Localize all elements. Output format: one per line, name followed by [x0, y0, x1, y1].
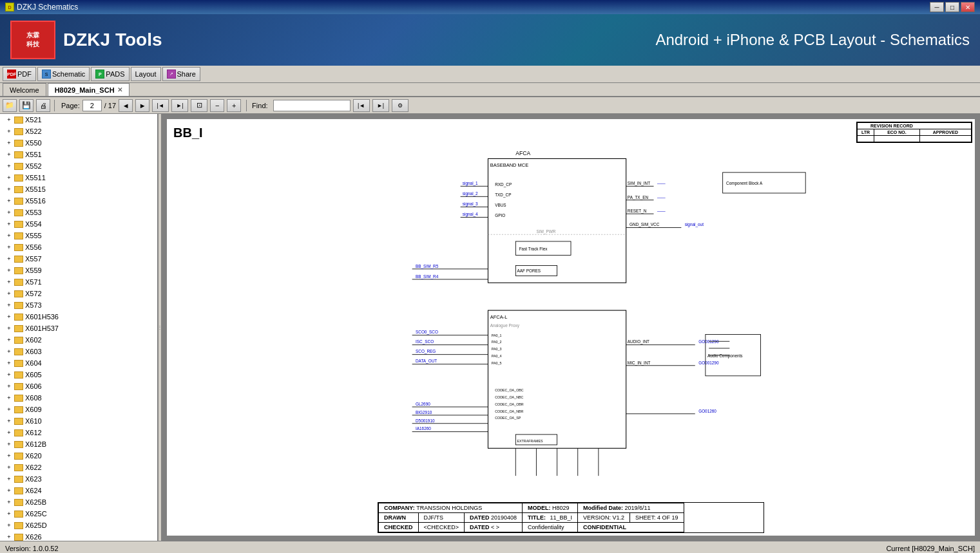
sidebar-item[interactable]: +X556: [0, 241, 157, 253]
expand-icon: +: [5, 174, 13, 182]
toolbar-nav-btn-3[interactable]: 🖨: [36, 99, 50, 112]
svg-text:TXD_CP: TXD_CP: [495, 192, 511, 198]
prev-page-button[interactable]: ◄: [119, 99, 133, 112]
sidebar-item[interactable]: +X5515: [0, 183, 157, 195]
toolbar-nav-btn-1[interactable]: 📁: [3, 99, 17, 112]
fit-page-button[interactable]: ⊡: [191, 99, 207, 112]
first-page-button[interactable]: |◄: [152, 99, 169, 112]
sidebar-item[interactable]: +X606: [0, 380, 157, 392]
svg-text:IA16260: IA16260: [416, 426, 431, 431]
company-label: COMPANY:: [384, 505, 416, 511]
sidebar-item[interactable]: +X521: [0, 114, 157, 126]
expand-icon: +: [5, 162, 13, 170]
sidebar-item[interactable]: +X622: [0, 462, 157, 473]
sidebar-item[interactable]: +X5511: [0, 172, 157, 183]
brand-title: DZKJ Tools: [63, 30, 162, 50]
sidebar-item[interactable]: +X555: [0, 230, 157, 241]
rev-approved: APPROVED: [919, 129, 971, 136]
pads-button[interactable]: P PADS: [91, 67, 129, 81]
tab-close-icon[interactable]: ✕: [117, 86, 122, 93]
version-cell: VERSION: V1.2: [577, 513, 629, 523]
layout-label: Layout: [135, 70, 157, 78]
last-page-button[interactable]: ►|: [171, 99, 188, 112]
status-bar: Version: 1.0.0.52 Current [H8029_Main_SC…: [0, 541, 980, 553]
sidebar-item[interactable]: +X557: [0, 253, 157, 265]
sidebar-item[interactable]: +X610: [0, 415, 157, 427]
sidebar-item-label: X601H537: [25, 324, 59, 332]
sidebar-item[interactable]: +X601H537: [0, 323, 157, 334]
sidebar-item[interactable]: +X522: [0, 126, 157, 137]
rev-eco: ECO NO.: [874, 129, 920, 136]
svg-text:SIM_IN_INT: SIM_IN_INT: [628, 181, 650, 186]
schematic-button[interactable]: S Schematic: [37, 67, 90, 81]
tab-welcome[interactable]: Welcome: [3, 83, 46, 96]
sidebar-item[interactable]: +X602: [0, 334, 157, 346]
folder-icon: [14, 256, 23, 263]
folder-icon: [14, 325, 23, 332]
sidebar-item-label: X5515: [25, 185, 46, 193]
sidebar-item-label: X626: [25, 533, 42, 541]
sidebar-item-label: X553: [25, 209, 42, 216]
sidebar-item[interactable]: +X554: [0, 218, 157, 230]
toolbar-nav-btn-2[interactable]: 💾: [19, 99, 34, 112]
sidebar-item[interactable]: +X626: [0, 531, 157, 541]
sidebar-item[interactable]: +X623: [0, 473, 157, 485]
next-page-button[interactable]: ►: [135, 99, 149, 112]
sidebar-item[interactable]: +X5516: [0, 195, 157, 207]
dated-checked-cell: DATED < >: [465, 523, 523, 532]
title-value: 11_BB_I: [550, 514, 572, 521]
sidebar-item[interactable]: +X601H536: [0, 311, 157, 323]
sidebar-item-label: X603: [25, 348, 42, 355]
sidebar-item[interactable]: +X572: [0, 288, 157, 299]
sidebar-item[interactable]: +X551: [0, 149, 157, 160]
maximize-button[interactable]: □: [945, 2, 959, 12]
tab-h8029[interactable]: H8029_Main_SCH ✕: [48, 83, 130, 96]
sidebar-item[interactable]: +X571: [0, 276, 157, 288]
sidebar-item[interactable]: +X625C: [0, 508, 157, 520]
sidebar-item[interactable]: +X625B: [0, 496, 157, 508]
pdf-button[interactable]: PDF PDF: [3, 67, 36, 81]
expand-icon: +: [5, 232, 13, 239]
checked-value: <CHECKED>: [418, 523, 465, 532]
sidebar-item[interactable]: +X608: [0, 392, 157, 404]
sidebar-item[interactable]: +X624: [0, 485, 157, 496]
find-input[interactable]: [273, 100, 351, 111]
svg-text:Analogue Proxy: Analogue Proxy: [490, 323, 520, 328]
zoom-out-button[interactable]: −: [210, 99, 224, 112]
drawn-value: DJF/TS: [418, 513, 465, 523]
sidebar-item[interactable]: +X553: [0, 207, 157, 218]
sidebar-item[interactable]: +X620: [0, 450, 157, 462]
expand-icon: +: [5, 359, 13, 367]
sidebar-item[interactable]: +X559: [0, 265, 157, 276]
sidebar-item[interactable]: +X552: [0, 160, 157, 172]
sidebar-item-label: X572: [25, 290, 42, 297]
sidebar[interactable]: +X521+X522+X550+X551+X552+X5511+X5515+X5…: [0, 114, 158, 541]
sidebar-item[interactable]: +X605: [0, 369, 157, 380]
svg-rect-39: [488, 310, 626, 448]
minimize-button[interactable]: ─: [930, 2, 944, 12]
sidebar-item-label: X5511: [25, 174, 46, 182]
logo-area: 东霖 科技 DZKJ Tools: [10, 21, 162, 59]
folder-icon: [14, 534, 23, 541]
find-prev-button[interactable]: |◄: [353, 99, 370, 112]
sidebar-item-label: X625C: [25, 510, 47, 518]
page-number-input[interactable]: [82, 100, 102, 111]
sidebar-item-label: X608: [25, 394, 42, 402]
sidebar-item[interactable]: +X550: [0, 137, 157, 149]
sidebar-item[interactable]: +X604: [0, 357, 157, 369]
find-options-button[interactable]: ⚙: [392, 99, 408, 112]
sidebar-item[interactable]: +X573: [0, 299, 157, 311]
sidebar-item[interactable]: +X603: [0, 346, 157, 357]
zoom-in-button[interactable]: +: [227, 99, 241, 112]
sidebar-item-label: X605: [25, 371, 42, 379]
sidebar-item[interactable]: +X625D: [0, 520, 157, 531]
find-next-button[interactable]: ►|: [372, 99, 389, 112]
svg-text:PA0_4: PA0_4: [492, 354, 502, 358]
layout-button[interactable]: Layout: [131, 67, 161, 81]
sidebar-item[interactable]: +X612: [0, 427, 157, 438]
close-button[interactable]: ✕: [961, 2, 975, 12]
share-button[interactable]: ↗ Share: [162, 67, 200, 81]
sidebar-item[interactable]: +X609: [0, 404, 157, 415]
sidebar-item[interactable]: +X612B: [0, 438, 157, 450]
sidebar-item-label: X620: [25, 452, 42, 460]
